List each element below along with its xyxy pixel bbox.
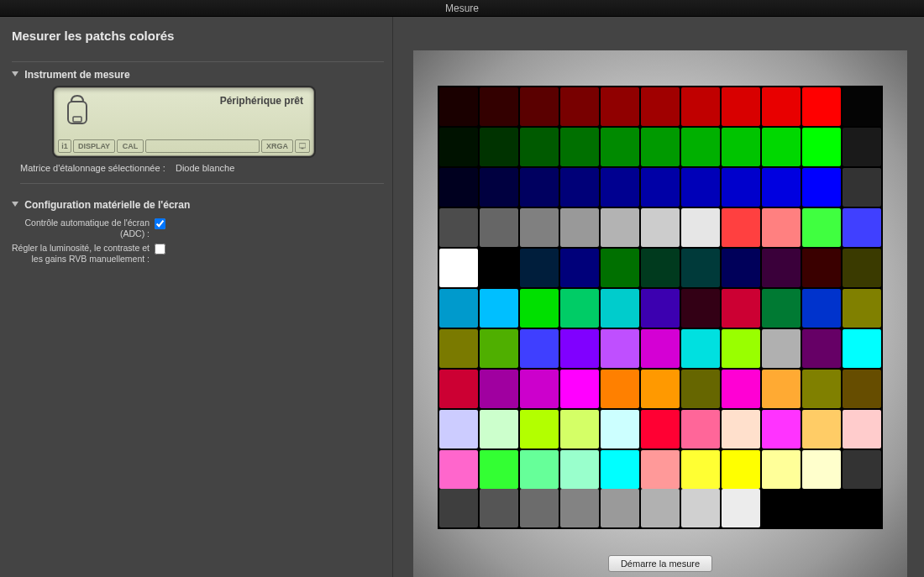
color-patch xyxy=(520,329,559,368)
color-patch xyxy=(722,128,760,166)
color-patch xyxy=(722,249,760,287)
color-patch xyxy=(722,87,760,126)
color-patch xyxy=(641,370,680,408)
window-titlebar: Mesure xyxy=(0,0,924,17)
color-patch xyxy=(802,450,841,489)
row-adc: Contrôle automatique de l'écran (ADC) : xyxy=(12,218,384,239)
color-patch xyxy=(722,289,760,328)
color-patch xyxy=(480,168,518,207)
patch-grid-last-row xyxy=(438,489,883,529)
color-patch xyxy=(601,329,639,368)
color-patch xyxy=(843,289,881,328)
calibration-matrix-value: Diode blanche xyxy=(176,163,234,173)
lcd-panel: Périphérique prêt i1 DISPLAY CAL XRGA xyxy=(54,87,314,156)
start-measurement-button[interactable]: Démarre la mesure xyxy=(608,555,712,572)
color-patch xyxy=(560,370,599,408)
color-patch xyxy=(802,410,841,448)
color-patch xyxy=(560,168,599,207)
color-patch xyxy=(601,168,639,207)
color-patch xyxy=(722,208,760,247)
color-patch xyxy=(802,249,841,287)
color-patch xyxy=(480,329,518,368)
color-patch xyxy=(520,87,559,126)
color-patch xyxy=(802,208,841,247)
color-patch xyxy=(439,410,478,448)
color-patch xyxy=(480,128,518,166)
color-patch xyxy=(560,289,599,328)
color-patch xyxy=(762,450,801,489)
color-patch xyxy=(762,208,801,247)
color-patch xyxy=(802,168,841,207)
adc-checkbox[interactable] xyxy=(155,218,165,229)
color-patch xyxy=(520,450,559,489)
color-patch xyxy=(722,329,760,368)
color-patch xyxy=(722,370,760,408)
chevron-down-icon xyxy=(12,71,18,76)
section-instrument-header[interactable]: Instrument de mesure xyxy=(12,69,384,81)
color-patch xyxy=(560,450,599,489)
calibration-matrix-line: Matrice d'étalonnage sélectionnée : Diod… xyxy=(20,163,384,184)
lcd-slot-i1: i1 xyxy=(58,139,71,153)
color-patch xyxy=(439,128,478,166)
color-patch xyxy=(439,87,478,126)
color-patch xyxy=(681,208,720,247)
color-patch xyxy=(601,450,639,489)
color-patch xyxy=(439,329,478,368)
color-patch xyxy=(520,370,559,408)
color-patch xyxy=(601,249,639,287)
svg-rect-2 xyxy=(299,144,306,148)
color-patch xyxy=(843,370,881,408)
color-patch xyxy=(439,249,478,287)
color-patch xyxy=(843,329,881,368)
calibration-matrix-label: Matrice d'étalonnage sélectionnée : xyxy=(20,163,165,173)
color-patch xyxy=(560,249,599,287)
color-patch xyxy=(681,450,720,489)
color-patch xyxy=(681,168,720,207)
color-patch xyxy=(802,370,841,408)
color-patch xyxy=(601,410,639,448)
color-patch xyxy=(681,410,720,448)
color-patch xyxy=(480,208,518,247)
color-patch xyxy=(681,249,720,287)
color-patch xyxy=(802,289,841,328)
color-patch xyxy=(641,128,680,166)
color-patch xyxy=(762,410,801,448)
color-patch xyxy=(480,450,518,489)
color-patch xyxy=(641,168,680,207)
color-patch xyxy=(439,370,478,408)
color-patch xyxy=(641,289,680,328)
color-patch xyxy=(601,128,639,166)
section-hardware: Configuration matérielle de l'écran Cont… xyxy=(12,192,384,265)
lcd-bottom-row: i1 DISPLAY CAL XRGA xyxy=(58,139,310,154)
lcd-slot-cal: CAL xyxy=(117,139,144,153)
color-patch xyxy=(722,168,760,207)
manual-checkbox[interactable] xyxy=(155,244,165,254)
svg-rect-3 xyxy=(302,148,304,149)
color-patch xyxy=(520,208,559,247)
color-patch xyxy=(641,329,680,368)
section-instrument-title: Instrument de mesure xyxy=(24,69,129,81)
color-patch xyxy=(520,168,559,207)
page-title: Mesurer les patchs colorés xyxy=(12,29,384,43)
monitor-icon xyxy=(295,139,310,153)
color-patch xyxy=(601,87,639,126)
lcd-slot-blank xyxy=(145,139,260,153)
color-patch xyxy=(560,208,599,247)
color-patch xyxy=(762,128,801,166)
color-patch xyxy=(681,289,720,328)
color-patch xyxy=(802,329,841,368)
color-patch xyxy=(681,329,720,368)
adc-label: Contrôle automatique de l'écran (ADC) : xyxy=(12,218,155,239)
color-patch xyxy=(601,370,639,408)
color-patch xyxy=(439,289,478,328)
color-patch xyxy=(520,289,559,328)
color-patch xyxy=(722,489,760,527)
color-patch xyxy=(480,370,518,408)
color-patch xyxy=(480,87,518,126)
section-hardware-header[interactable]: Configuration matérielle de l'écran xyxy=(12,199,384,211)
color-patch xyxy=(641,208,680,247)
color-patch xyxy=(681,370,720,408)
color-patch xyxy=(762,168,801,207)
color-patch xyxy=(843,208,881,247)
color-patch xyxy=(843,87,881,126)
